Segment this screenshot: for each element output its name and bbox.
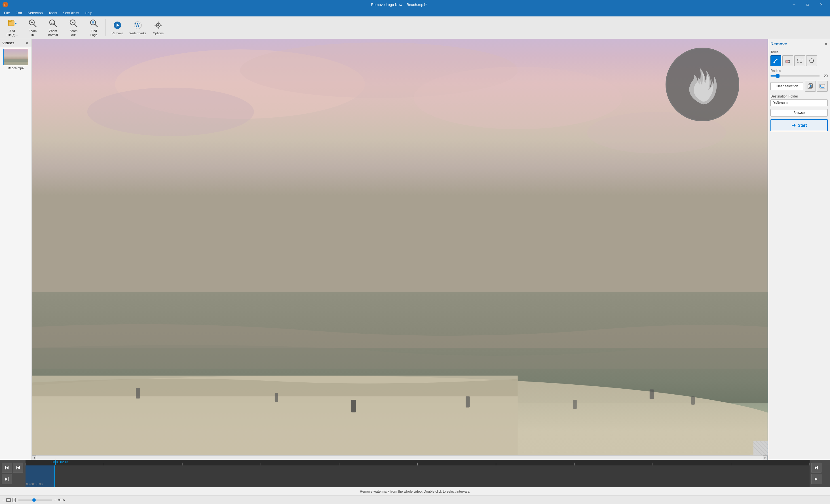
- timeline-top-row: [2, 463, 24, 473]
- window-controls: ─ □ ✕: [788, 0, 828, 9]
- timeline-end-next[interactable]: [811, 474, 822, 484]
- zoom-in-icon-bottom[interactable]: +: [54, 498, 56, 502]
- tool-eraser[interactable]: [783, 55, 793, 66]
- tool-circle[interactable]: [806, 55, 817, 66]
- tool-rect[interactable]: [794, 55, 805, 66]
- maximize-button[interactable]: □: [801, 0, 814, 9]
- zoom-normal-icon: 1:1: [48, 19, 58, 28]
- radius-label: Radius: [770, 69, 828, 73]
- videos-panel: Videos ✕: [0, 39, 32, 460]
- timeline-ruler: 00:00:02 13: [26, 460, 809, 465]
- svg-rect-41: [136, 388, 140, 399]
- right-panel-close[interactable]: ✕: [824, 42, 828, 46]
- menu-file[interactable]: File: [1, 10, 13, 16]
- svg-marker-64: [5, 477, 7, 481]
- svg-rect-3: [8, 20, 11, 22]
- svg-point-48: [773, 62, 775, 64]
- menu-softorbits[interactable]: SoftOrbits: [60, 10, 82, 16]
- timeline-current-time: 00:00:02 13: [52, 460, 68, 464]
- menu-tools[interactable]: Tools: [46, 10, 60, 16]
- svg-rect-50: [786, 60, 788, 63]
- menu-edit[interactable]: Edit: [13, 10, 25, 16]
- video-area: ◄ ►: [32, 39, 768, 460]
- fit-height-icon[interactable]: [12, 498, 17, 502]
- svg-rect-42: [275, 393, 278, 402]
- copy-to-all-button[interactable]: [805, 81, 816, 92]
- svg-line-17: [95, 24, 98, 27]
- svg-rect-43: [351, 400, 356, 412]
- toolbar-zoom-in[interactable]: Zoomin: [23, 18, 42, 38]
- video-thumb-beach[interactable]: Beach.mp4: [0, 47, 31, 71]
- timeline-track-content[interactable]: 00:00:00 00: [26, 465, 809, 487]
- start-button[interactable]: ➜ Start: [770, 119, 828, 131]
- options-icon: [153, 20, 163, 30]
- svg-rect-77: [817, 466, 818, 469]
- radius-slider[interactable]: [770, 75, 820, 76]
- toolbar-options[interactable]: Options: [148, 18, 168, 38]
- svg-point-38: [87, 88, 254, 136]
- tools-section: Tools: [770, 50, 828, 66]
- clear-selection-button[interactable]: Clear selection: [770, 82, 803, 90]
- watermarks-icon: W: [133, 20, 143, 30]
- copy-to-frame-button[interactable]: [817, 81, 828, 92]
- remove-label: Remove: [112, 31, 123, 35]
- destination-folder-input[interactable]: [770, 100, 828, 106]
- svg-marker-60: [6, 466, 8, 469]
- toolbar-watermarks[interactable]: W Watermarks: [128, 18, 148, 38]
- toolbar-zoom-out[interactable]: Zoomout: [64, 18, 83, 38]
- right-panel-header: Remove ✕: [770, 41, 828, 46]
- toolbar: AddFile(s)... Zoomin 1:1 Z: [0, 16, 830, 39]
- browse-button[interactable]: Browse: [770, 109, 828, 116]
- svg-rect-45: [573, 400, 577, 409]
- zoom-slider[interactable]: [18, 500, 52, 501]
- timeline-end-prev[interactable]: [811, 463, 822, 473]
- radius-value: 20: [822, 74, 828, 78]
- zoom-value: 81%: [58, 498, 65, 502]
- timeline-prev-frame[interactable]: [13, 463, 23, 473]
- status-message: Remove watermark from the whole video. D…: [360, 490, 470, 494]
- scroll-right-arrow[interactable]: ►: [763, 456, 768, 460]
- menu-help[interactable]: Help: [82, 10, 95, 16]
- toolbar-remove[interactable]: Remove: [107, 18, 127, 38]
- toolbar-add-files[interactable]: AddFile(s)...: [2, 18, 22, 38]
- toolbar-find-logo[interactable]: FindLogo: [84, 18, 104, 38]
- videos-panel-title: Videos: [2, 41, 14, 45]
- toolbar-zoom-normal[interactable]: 1:1 Zoomnormal: [43, 18, 63, 38]
- svg-rect-63: [8, 477, 8, 481]
- svg-rect-47: [691, 396, 695, 404]
- timeline-right-controls: [809, 460, 830, 487]
- scroll-track[interactable]: [36, 456, 763, 460]
- videos-panel-close[interactable]: ✕: [25, 41, 29, 45]
- svg-rect-62: [17, 466, 17, 469]
- video-canvas[interactable]: [32, 39, 768, 455]
- minimize-button[interactable]: ─: [788, 0, 800, 9]
- app-icon: R: [2, 1, 8, 8]
- svg-line-11: [54, 24, 57, 27]
- svg-marker-61: [17, 466, 20, 469]
- timeline-left-controls: [0, 460, 26, 487]
- close-button[interactable]: ✕: [815, 0, 828, 9]
- options-label: Options: [153, 31, 164, 35]
- radius-section: Radius 20: [770, 69, 828, 78]
- logo-watermark: [666, 47, 739, 121]
- tool-brush[interactable]: [770, 55, 781, 66]
- zoom-out-icon-bottom[interactable]: −: [2, 498, 4, 502]
- svg-line-9: [34, 24, 36, 27]
- fit-width-icon[interactable]: [6, 498, 11, 502]
- svg-text:R: R: [4, 3, 6, 6]
- zoom-in-label: Zoomin: [29, 29, 37, 37]
- menubar: File Edit Selection Tools SoftOrbits Hel…: [0, 9, 830, 16]
- clear-row: Clear selection: [770, 81, 828, 92]
- window-title: Remove Logo Now! - Beach.mp4*: [10, 3, 788, 7]
- menu-selection[interactable]: Selection: [25, 10, 45, 16]
- watermarks-label: Watermarks: [130, 31, 146, 35]
- svg-line-15: [74, 24, 77, 27]
- scroll-left-arrow[interactable]: ◄: [32, 456, 36, 460]
- timeline-skip-back[interactable]: [2, 463, 12, 473]
- svg-rect-53: [808, 85, 811, 89]
- timeline-skip-fwd[interactable]: [2, 474, 12, 484]
- tools-label: Tools: [770, 50, 828, 54]
- zoom-out-label: Zoomout: [69, 29, 77, 37]
- start-arrow-icon: ➜: [792, 122, 796, 128]
- center-row: Videos ✕: [0, 39, 830, 460]
